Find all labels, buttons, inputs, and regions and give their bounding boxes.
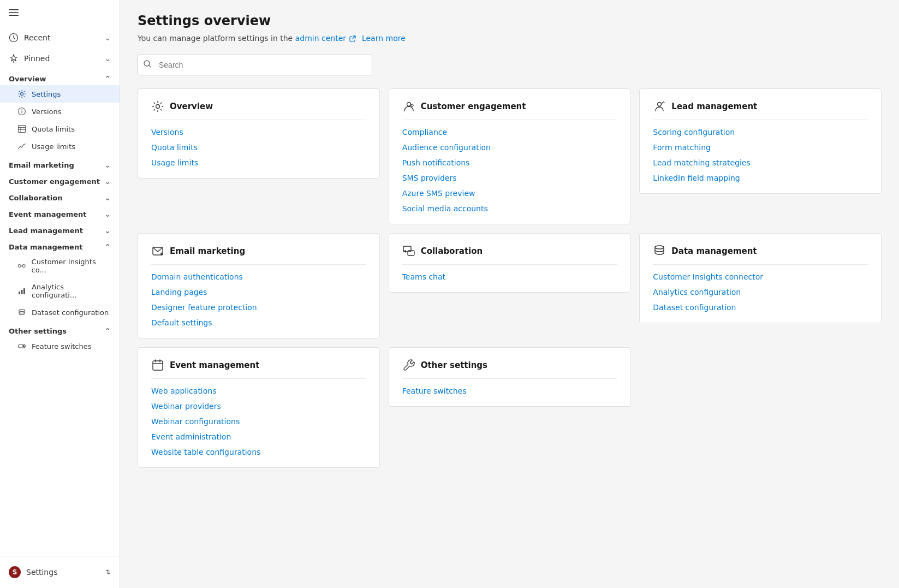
svg-rect-9 xyxy=(19,126,26,133)
sidebar-bottom-settings[interactable]: S Settings ⇅ xyxy=(0,561,120,584)
sidebar-item-customer-insights-co[interactable]: Customer Insights co... xyxy=(0,253,120,278)
recent-chevron xyxy=(104,33,111,42)
sidebar-group-overview[interactable]: Overview xyxy=(0,69,120,85)
external-link-icon xyxy=(349,35,356,42)
sidebar-item-feature-switches[interactable]: Feature switches xyxy=(0,337,120,355)
domain-authentications-link[interactable]: Domain authentications xyxy=(151,272,366,281)
collaboration-card-header: Collaboration xyxy=(402,245,617,265)
sidebar-item-quota-limits[interactable]: Quota limits xyxy=(0,120,120,138)
lead-icon xyxy=(653,100,666,113)
quota-limits-label: Quota limits xyxy=(32,125,75,133)
event-management-card-title: Event management xyxy=(170,360,259,370)
sidebar-item-versions[interactable]: Versions xyxy=(0,103,120,120)
push-notifications-link[interactable]: Push notifications xyxy=(402,158,617,167)
wrench-icon xyxy=(402,359,415,372)
sidebar-item-pinned[interactable]: Pinned xyxy=(0,48,120,69)
sidebar-item-settings[interactable]: Settings xyxy=(0,85,120,103)
info-icon-small xyxy=(17,107,26,116)
bottom-settings-label: Settings xyxy=(26,568,57,577)
sidebar-group-lead-management[interactable]: Lead management xyxy=(0,221,120,237)
dataset-configuration-link[interactable]: Dataset configuration xyxy=(653,303,868,312)
usage-limits-label: Usage limits xyxy=(32,142,75,151)
search-input[interactable] xyxy=(138,55,372,75)
event-administration-link[interactable]: Event administration xyxy=(151,432,366,441)
sidebar-group-event-management[interactable]: Event management xyxy=(0,204,120,221)
usage-limits-link[interactable]: Usage limits xyxy=(151,158,366,167)
connector-icon xyxy=(17,262,26,270)
audience-configuration-link[interactable]: Audience configuration xyxy=(402,143,617,152)
customer-insights-connector-link[interactable]: Customer Insights connector xyxy=(653,272,868,281)
sidebar-item-usage-limits[interactable]: Usage limits xyxy=(0,138,120,155)
data-management-card: Data management Customer Insights connec… xyxy=(639,233,882,323)
compliance-link[interactable]: Compliance xyxy=(402,128,617,136)
pinned-chevron xyxy=(104,54,111,63)
event-management-chevron xyxy=(104,210,111,218)
lead-management-card: Lead management Scoring configuration Fo… xyxy=(639,88,882,194)
sidebar-group-other-settings[interactable]: Other settings xyxy=(0,321,120,337)
customer-engagement-card-title: Customer engagement xyxy=(421,102,526,111)
clock-icon xyxy=(9,33,19,43)
webinar-providers-link[interactable]: Webinar providers xyxy=(151,402,366,411)
hamburger-icon[interactable] xyxy=(0,0,120,27)
social-media-accounts-link[interactable]: Social media accounts xyxy=(402,204,617,213)
data-management-chevron xyxy=(104,242,111,251)
lead-management-card-title: Lead management xyxy=(671,102,757,111)
svg-point-24 xyxy=(156,105,160,109)
default-settings-link[interactable]: Default settings xyxy=(151,318,366,327)
email-marketing-card-title: Email marketing xyxy=(170,246,245,256)
event-management-card-header: Event management xyxy=(151,359,366,379)
feature-switches-label: Feature switches xyxy=(32,342,92,351)
svg-rect-16 xyxy=(19,292,20,294)
sms-providers-link[interactable]: SMS providers xyxy=(402,174,617,182)
landing-pages-link[interactable]: Landing pages xyxy=(151,288,366,296)
lead-matching-strategies-link[interactable]: Lead matching strategies xyxy=(653,158,868,167)
website-table-configurations-link[interactable]: Website table configurations xyxy=(151,448,366,456)
search-icon xyxy=(143,60,152,70)
table-icon-small xyxy=(17,124,26,133)
svg-rect-34 xyxy=(153,361,163,370)
learn-more-link[interactable]: Learn more xyxy=(362,34,406,43)
scoring-configuration-link[interactable]: Scoring configuration xyxy=(653,128,868,136)
designer-feature-protection-link[interactable]: Designer feature protection xyxy=(151,303,366,312)
sidebar-group-data-management[interactable]: Data management xyxy=(0,237,120,253)
sidebar-item-recent[interactable]: Recent xyxy=(0,27,120,48)
collaboration-icon xyxy=(402,245,415,258)
sidebar-group-collaboration[interactable]: Collaboration xyxy=(0,188,120,204)
sidebar-item-dataset-configuration[interactable]: Dataset configuration xyxy=(0,304,120,321)
customer-engagement-chevron xyxy=(104,177,111,186)
email-marketing-card-header: Email marketing xyxy=(151,245,366,265)
teams-chat-link[interactable]: Teams chat xyxy=(402,272,617,281)
linkedin-field-mapping-link[interactable]: LinkedIn field mapping xyxy=(653,174,868,182)
admin-center-link[interactable]: admin center xyxy=(295,34,359,43)
azure-sms-preview-link[interactable]: Azure SMS preview xyxy=(402,189,617,198)
sidebar-group-customer-engagement[interactable]: Customer engagement xyxy=(0,171,120,188)
overview-chevron xyxy=(104,74,111,83)
svg-rect-2 xyxy=(9,15,19,16)
versions-link[interactable]: Versions xyxy=(151,128,366,136)
event-management-card: Event management Web applications Webina… xyxy=(138,347,380,468)
gear-icon-small xyxy=(17,90,26,98)
quota-limits-link[interactable]: Quota limits xyxy=(151,143,366,152)
feature-switches-link[interactable]: Feature switches xyxy=(402,387,617,395)
data-management-card-links: Customer Insights connector Analytics co… xyxy=(653,272,868,312)
sidebar-item-analytics-configurati[interactable]: Analytics configurati... xyxy=(0,278,120,304)
webinar-configurations-link[interactable]: Webinar configurations xyxy=(151,417,366,426)
versions-label: Versions xyxy=(32,108,62,116)
email-marketing-group-label: Email marketing xyxy=(9,161,74,169)
person-icon xyxy=(402,100,415,113)
web-applications-link[interactable]: Web applications xyxy=(151,387,366,395)
database-icon xyxy=(653,245,666,258)
svg-line-23 xyxy=(149,66,151,68)
overview-card-title: Overview xyxy=(170,102,213,111)
sidebar-group-email-marketing[interactable]: Email marketing xyxy=(0,155,120,171)
other-settings-group-label: Other settings xyxy=(9,327,67,335)
collaboration-group-label: Collaboration xyxy=(9,194,62,202)
data-management-card-header: Data management xyxy=(653,245,868,265)
svg-point-19 xyxy=(19,310,25,312)
other-settings-card-header: Other settings xyxy=(402,359,617,379)
analytics-configuration-link[interactable]: Analytics configuration xyxy=(653,288,868,296)
collaboration-card-links: Teams chat xyxy=(402,272,617,281)
page-title: Settings overview xyxy=(138,13,882,28)
form-matching-link[interactable]: Form matching xyxy=(653,143,868,152)
calendar-icon xyxy=(151,359,164,372)
